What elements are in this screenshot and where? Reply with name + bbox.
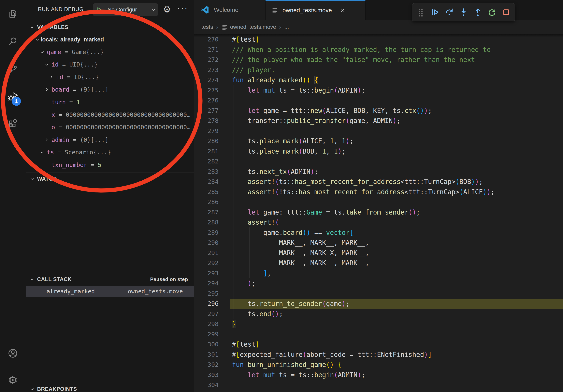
restart-button[interactable] bbox=[486, 7, 498, 18]
line-number[interactable]: 280 bbox=[194, 136, 218, 146]
call-stack-frame[interactable]: already_markedowned_tests.move bbox=[26, 286, 194, 297]
watch-section-header[interactable]: WATCH bbox=[26, 173, 194, 185]
line-number[interactable]: 299 bbox=[194, 329, 218, 340]
code-line[interactable]: 276 bbox=[194, 95, 563, 105]
variable-row[interactable]: admin = (0)[...] bbox=[26, 134, 194, 146]
explorer-icon[interactable] bbox=[7, 8, 18, 19]
line-number[interactable]: 304 bbox=[194, 380, 218, 390]
breadcrumb-item[interactable]: ... bbox=[284, 24, 289, 30]
line-number[interactable]: 291 bbox=[194, 248, 218, 258]
code-line[interactable]: 292 MARK__, MARK__, MARK__, bbox=[194, 258, 563, 268]
tab-welcome[interactable]: Welcome bbox=[194, 0, 266, 20]
code-line[interactable]: 285 assert!(!ts::has_most_recent_for_add… bbox=[194, 187, 563, 197]
gear-icon[interactable]: ⚙ bbox=[163, 5, 171, 14]
code-line[interactable]: 304 bbox=[194, 380, 563, 390]
breadcrumb-item[interactable]: owned_tests.move bbox=[221, 24, 276, 30]
search-icon[interactable] bbox=[7, 36, 18, 47]
variables-section-header[interactable]: VARIABLES bbox=[26, 21, 194, 33]
code-line[interactable]: 271/// When a position is already marked… bbox=[194, 45, 563, 55]
code-line[interactable]: 303 let mut ts = ts::begin(ADMIN); bbox=[194, 370, 563, 380]
line-number[interactable]: 288 bbox=[194, 217, 218, 228]
line-number[interactable]: 298 bbox=[194, 319, 218, 329]
variable-row[interactable]: ts = Scenario{...} bbox=[26, 146, 194, 159]
chevron-down-icon[interactable] bbox=[35, 37, 40, 42]
variable-row[interactable]: board = (9)[...] bbox=[26, 83, 194, 96]
code-line[interactable]: 289 game.board() == vector[ bbox=[194, 228, 563, 238]
line-number[interactable]: 283 bbox=[194, 167, 218, 177]
line-number[interactable]: 297 bbox=[194, 309, 218, 319]
line-number[interactable]: 272 bbox=[194, 55, 218, 65]
code-line[interactable]: 288 assert!( bbox=[194, 217, 563, 228]
line-number[interactable]: 285 bbox=[194, 187, 218, 197]
code-line[interactable]: 300#[test] bbox=[194, 339, 563, 350]
code-line[interactable]: 272/// the player who made the "false" m… bbox=[194, 55, 563, 65]
settings-gear-icon[interactable]: ⚙ bbox=[7, 375, 18, 386]
more-actions-icon[interactable]: ··· bbox=[177, 3, 188, 13]
stop-button[interactable] bbox=[501, 7, 512, 18]
step-out-button[interactable] bbox=[472, 7, 483, 18]
continue-button[interactable] bbox=[430, 7, 441, 18]
line-number[interactable]: 276 bbox=[194, 95, 218, 105]
code-line[interactable]: 278 transfer::public_transfer(game, ADMI… bbox=[194, 116, 563, 126]
launch-configuration-dropdown[interactable]: No Configur bbox=[93, 3, 158, 16]
code-editor[interactable]: 270#[test]271/// When a position is alre… bbox=[194, 34, 563, 392]
step-over-button[interactable] bbox=[444, 7, 455, 18]
start-debug-play-icon[interactable] bbox=[93, 3, 105, 16]
line-number[interactable]: 278 bbox=[194, 116, 218, 126]
account-icon[interactable] bbox=[7, 348, 18, 359]
line-number[interactable]: 270 bbox=[194, 34, 218, 45]
line-number[interactable]: 275 bbox=[194, 85, 218, 95]
code-line[interactable]: 282 bbox=[194, 156, 563, 167]
line-number[interactable]: 274 bbox=[194, 75, 218, 85]
variable-row[interactable]: x = 0000000000000000000000000000000000… bbox=[26, 109, 194, 121]
variable-row[interactable]: turn = 1 bbox=[26, 96, 194, 109]
line-number[interactable]: 293 bbox=[194, 268, 218, 278]
code-line[interactable]: 274fun already_marked() { bbox=[194, 75, 563, 85]
line-number[interactable]: 302 bbox=[194, 360, 218, 370]
line-number[interactable]: 282 bbox=[194, 156, 218, 167]
line-number[interactable]: 273 bbox=[194, 65, 218, 75]
line-number[interactable]: 271 bbox=[194, 45, 218, 55]
breadcrumb[interactable]: tests›owned_tests.move›... bbox=[194, 20, 563, 34]
code-line[interactable]: 299 bbox=[194, 329, 563, 340]
line-number[interactable]: 294 bbox=[194, 278, 218, 288]
line-number[interactable]: 300 bbox=[194, 339, 218, 350]
code-line[interactable]: 277 let game = ttt::new(ALICE, BOB, KEY,… bbox=[194, 105, 563, 116]
code-line[interactable]: 294 ); bbox=[194, 278, 563, 288]
variable-row[interactable]: id = ID{...} bbox=[26, 71, 194, 83]
close-icon[interactable] bbox=[340, 7, 345, 13]
code-line[interactable]: 297 ts.end(); bbox=[194, 309, 563, 319]
code-line[interactable]: 284 assert!(ts::has_most_recent_for_addr… bbox=[194, 177, 563, 187]
chevron-right-icon[interactable] bbox=[49, 74, 54, 80]
tab-owned-tests-move[interactable]: owned_tests.move bbox=[266, 0, 366, 20]
line-number[interactable]: 301 bbox=[194, 350, 218, 360]
code-line[interactable]: 279 bbox=[194, 126, 563, 136]
chevron-right-icon[interactable] bbox=[44, 87, 50, 92]
code-line[interactable]: 283 ts.next_tx(ADMIN); bbox=[194, 167, 563, 177]
step-into-button[interactable] bbox=[458, 7, 469, 18]
line-number[interactable]: 290 bbox=[194, 238, 218, 248]
line-number[interactable]: 287 bbox=[194, 207, 218, 218]
line-number[interactable]: 295 bbox=[194, 288, 218, 299]
chevron-down-icon[interactable] bbox=[39, 49, 45, 55]
code-line[interactable]: 280 ts.place_mark(ALICE, 1, 1); bbox=[194, 136, 563, 146]
breakpoints-section-header[interactable]: BREAKPOINTS bbox=[26, 383, 194, 392]
chevron-right-icon[interactable] bbox=[44, 137, 50, 143]
line-number[interactable]: 286 bbox=[194, 197, 218, 207]
line-number[interactable]: 279 bbox=[194, 126, 218, 136]
line-number[interactable]: 277 bbox=[194, 105, 218, 116]
call-stack-section-header[interactable]: CALL STACK Paused on step bbox=[26, 273, 194, 285]
chevron-down-icon[interactable] bbox=[44, 62, 50, 67]
line-number[interactable]: 281 bbox=[194, 146, 218, 157]
line-number[interactable]: 296 bbox=[194, 299, 218, 309]
code-line[interactable]: 275 let mut ts = ts::begin(ADMIN); bbox=[194, 85, 563, 95]
code-line[interactable]: 301#[expected_failure(abort_code = ttt::… bbox=[194, 350, 563, 360]
source-control-icon[interactable] bbox=[7, 63, 18, 74]
code-line[interactable]: 298} bbox=[194, 319, 563, 329]
code-line[interactable]: 270#[test] bbox=[194, 34, 563, 45]
code-line[interactable]: 291 MARK__, MARK_X, MARK__, bbox=[194, 248, 563, 258]
chevron-down-icon[interactable] bbox=[39, 150, 45, 155]
line-number[interactable]: 289 bbox=[194, 228, 218, 238]
code-line[interactable]: 295 bbox=[194, 288, 563, 299]
variable-row[interactable]: o = 0000000000000000000000000000000000… bbox=[26, 121, 194, 134]
